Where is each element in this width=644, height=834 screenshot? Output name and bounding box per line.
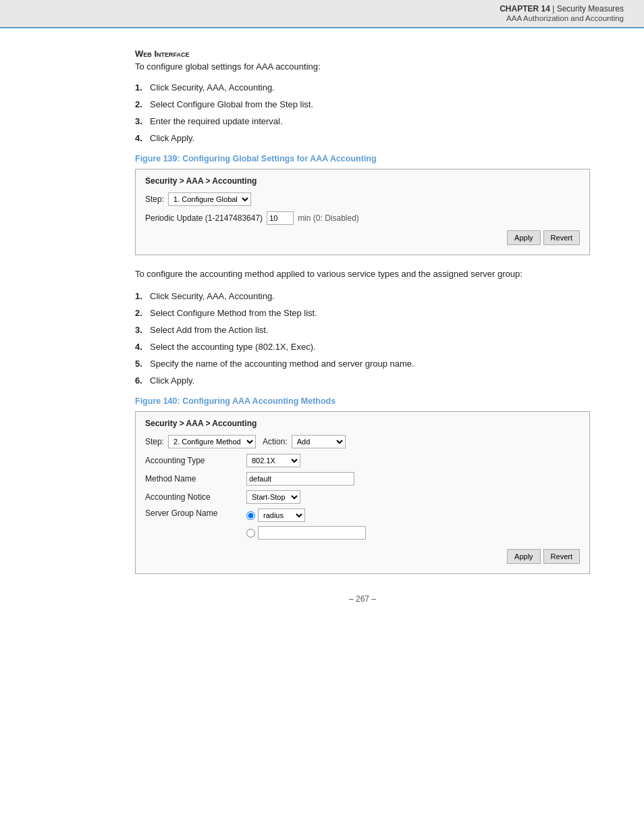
list-item: 4.Click Apply. [135, 133, 590, 143]
figure139-buttons: Apply Revert [145, 230, 580, 245]
list-item: 4.Select the accounting type (802.1X, Ex… [135, 342, 590, 352]
server-group-radio1[interactable] [246, 511, 255, 520]
step-select[interactable]: 1. Configure Global [168, 192, 251, 206]
figure140-buttons: Apply Revert [145, 549, 580, 564]
figure139-panel: Security > AAA > Accounting Step: 1. Con… [135, 169, 590, 255]
accounting-type-value: 802.1X [246, 454, 300, 467]
server-group-label: Server Group Name [145, 509, 246, 518]
step-action-row: Step: 2. Configure Method Action: Add [145, 435, 580, 448]
server-group-custom-input[interactable] [258, 526, 366, 540]
list-item: 1.Click Security, AAA, Accounting. [135, 82, 590, 93]
action-select[interactable]: Add [292, 435, 346, 448]
section2-intro: To configure the accounting method appli… [135, 269, 590, 279]
method-name-input[interactable] [246, 472, 354, 486]
list-item: 6.Click Apply. [135, 375, 590, 386]
revert2-button[interactable]: Revert [543, 549, 580, 564]
periodic-row: Periodic Update (1-2147483647) min (0: D… [145, 211, 580, 225]
server-group-radio1-select[interactable]: radius [258, 509, 305, 522]
header-title: Security Measures [557, 4, 624, 14]
accounting-notice-row: Accounting Notice Start-Stop [145, 490, 580, 504]
accounting-type-label: Accounting Type [145, 456, 246, 465]
accounting-notice-label: Accounting Notice [145, 492, 246, 502]
header-subtitle: AAA Authorization and Accounting [506, 14, 624, 22]
header-separator: | [550, 4, 557, 14]
list-item: 3.Select Add from the Action list. [135, 325, 590, 335]
step2-label: Step: [145, 437, 164, 446]
page-header: CHAPTER 14 | Security Measures AAA Autho… [0, 0, 644, 28]
figure140-caption: Figure 140: Configuring AAA Accounting M… [135, 396, 590, 406]
section1-intro: To configure global settings for AAA acc… [135, 61, 590, 72]
main-content: Web Interface To configure global settin… [0, 28, 644, 637]
figure139-panel-title: Security > AAA > Accounting [145, 176, 580, 186]
web-interface-heading: Web Interface [135, 49, 590, 59]
server-group-options: radius [246, 509, 366, 544]
server-group-radio2-row [246, 526, 366, 540]
section2-steps: 1.Click Security, AAA, Accounting. 2.Sel… [135, 291, 590, 386]
chapter-label: CHAPTER 14 [500, 4, 550, 14]
section1-steps: 1.Click Security, AAA, Accounting. 2.Sel… [135, 82, 590, 143]
server-group-radio1-row: radius [246, 509, 366, 522]
revert-button[interactable]: Revert [543, 230, 580, 245]
list-item: 2.Select Configure Method from the Step … [135, 308, 590, 318]
method-name-row: Method Name [145, 472, 580, 486]
step-row: Step: 1. Configure Global [145, 192, 580, 206]
periodic-suffix: min (0: Disabled) [298, 213, 359, 223]
figure140-panel-title: Security > AAA > Accounting [145, 419, 580, 428]
page-number: – 267 – [349, 594, 376, 604]
action-label: Action: [263, 437, 288, 446]
server-group-row: Server Group Name radius [145, 509, 580, 544]
figure139-caption: Figure 139: Configuring Global Settings … [135, 154, 590, 163]
periodic-input[interactable] [267, 211, 294, 225]
list-item: 1.Click Security, AAA, Accounting. [135, 291, 590, 301]
accounting-notice-select[interactable]: Start-Stop [246, 490, 300, 504]
page-footer: – 267 – [135, 594, 590, 617]
accounting-type-row: Accounting Type 802.1X [145, 454, 580, 467]
accounting-notice-value: Start-Stop [246, 490, 300, 504]
method-name-value [246, 472, 354, 486]
step-label: Step: [145, 194, 164, 204]
step2-select[interactable]: 2. Configure Method [168, 435, 256, 448]
list-item: 2.Select Configure Global from the Step … [135, 99, 590, 109]
apply-button[interactable]: Apply [507, 230, 541, 245]
figure140-panel: Security > AAA > Accounting Step: 2. Con… [135, 411, 590, 574]
apply2-button[interactable]: Apply [507, 549, 541, 564]
list-item: 3.Enter the required update interval. [135, 116, 590, 126]
method-name-label: Method Name [145, 474, 246, 484]
periodic-label: Periodic Update (1-2147483647) [145, 213, 263, 223]
list-item: 5.Specify the name of the accounting met… [135, 359, 590, 369]
accounting-type-select[interactable]: 802.1X [246, 454, 300, 467]
server-group-radio2[interactable] [246, 529, 255, 538]
